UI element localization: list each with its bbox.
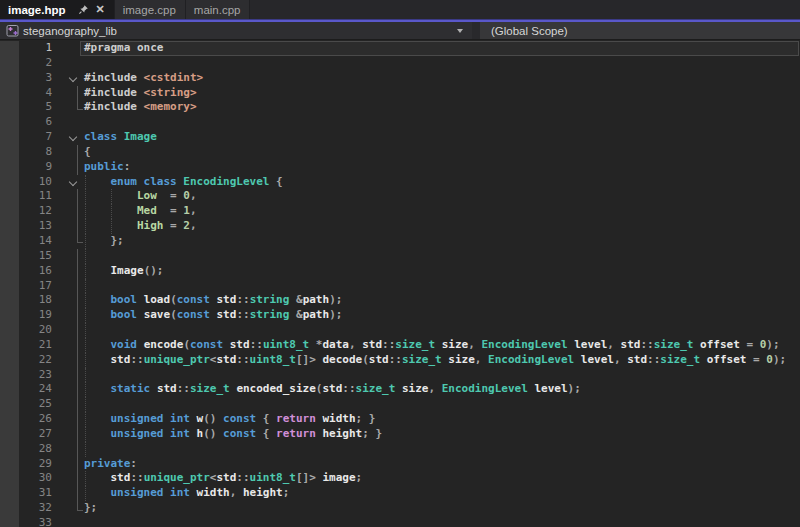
code-line[interactable]: 21 void encode(const std::uint8_t *data,… — [0, 338, 800, 353]
line-number: 33 — [19, 516, 52, 527]
indent-guide — [85, 442, 86, 457]
code-text: private: — [84, 457, 137, 472]
line-number: 9 — [19, 160, 52, 175]
line-number: 17 — [19, 279, 52, 294]
code-text: enum class EncodingLevel { — [84, 175, 283, 190]
fold-region-line — [77, 249, 78, 264]
code-text: unsigned int w() const { return width; } — [84, 412, 375, 427]
code-line[interactable]: 19 bool save(const std::string &path); — [0, 308, 800, 323]
tab-image-hpp[interactable]: image.hpp✕ — [0, 0, 115, 19]
code-line[interactable]: 25 — [0, 397, 800, 412]
code-line[interactable]: 4#include <string> — [0, 86, 800, 101]
code-line[interactable]: 27 unsigned int h() const { return heigh… — [0, 427, 800, 442]
fold-region-line — [77, 100, 83, 110]
line-number: 25 — [19, 397, 52, 412]
fold-region-line — [77, 219, 78, 234]
code-line[interactable]: 5#include <memory> — [0, 100, 800, 115]
code-line[interactable]: 28 — [0, 442, 800, 457]
code-line[interactable]: 3#include <cstdint> — [0, 71, 800, 86]
code-editor[interactable]: 1#pragma once23#include <cstdint>4#inclu… — [0, 41, 800, 527]
navigation-bar: steganography_lib (Global Scope) — [0, 22, 800, 40]
code-text: class Image — [84, 130, 157, 145]
code-line[interactable]: 17 — [0, 279, 800, 294]
code-text: Med = 1, — [84, 204, 197, 219]
line-number: 2 — [19, 56, 52, 71]
code-line[interactable]: 6 — [0, 115, 800, 130]
line-number: 23 — [19, 368, 52, 383]
indent-guide — [85, 368, 86, 383]
close-icon[interactable]: ✕ — [96, 4, 105, 15]
code-line[interactable]: 20 — [0, 323, 800, 338]
fold-region-line — [77, 457, 78, 472]
fold-region-line — [77, 382, 78, 397]
code-text: #include <cstdint> — [84, 71, 203, 86]
code-text: std::unique_ptr<std::uint8_t[]> image; — [84, 471, 362, 486]
code-line[interactable]: 2 — [0, 56, 800, 71]
code-line[interactable]: 26 unsigned int w() const { return width… — [0, 412, 800, 427]
line-number: 16 — [19, 264, 52, 279]
code-line[interactable]: 22 std::unique_ptr<std::uint8_t[]> decod… — [0, 353, 800, 368]
current-line-highlight — [80, 41, 799, 56]
code-line[interactable]: 7class Image — [0, 130, 800, 145]
code-line[interactable]: 8{ — [0, 145, 800, 160]
code-line[interactable]: 13 High = 2, — [0, 219, 800, 234]
line-number: 8 — [19, 145, 52, 160]
indent-guide — [85, 397, 86, 412]
line-number: 29 — [19, 457, 52, 472]
code-line[interactable]: 11 Low = 0, — [0, 189, 800, 204]
fold-collapse-icon[interactable] — [69, 133, 77, 141]
fold-region-line — [77, 353, 78, 368]
fold-region-line — [77, 471, 78, 486]
code-text: unsigned int width, height; — [84, 486, 289, 501]
chevron-down-icon[interactable] — [457, 29, 463, 33]
fold-region-line — [77, 264, 78, 279]
code-line[interactable]: 29private: — [0, 457, 800, 472]
code-line[interactable]: 15 — [0, 249, 800, 264]
fold-region-line — [77, 442, 78, 457]
code-line[interactable]: 14 }; — [0, 234, 800, 249]
code-line[interactable]: 31 unsigned int width, height; — [0, 486, 800, 501]
fold-collapse-icon[interactable] — [69, 73, 77, 81]
code-text: #include <string> — [84, 86, 197, 101]
line-number: 6 — [19, 115, 52, 130]
code-line[interactable]: 12 Med = 1, — [0, 204, 800, 219]
code-text: #include <memory> — [84, 100, 197, 115]
code-text: std::unique_ptr<std::uint8_t[]> decode(s… — [84, 353, 786, 368]
code-line[interactable]: 16 Image(); — [0, 264, 800, 279]
code-line[interactable]: 30 std::unique_ptr<std::uint8_t[]> image… — [0, 471, 800, 486]
pin-icon[interactable] — [78, 4, 89, 15]
line-number: 18 — [19, 293, 52, 308]
tab-image-cpp[interactable]: image.cpp — [115, 0, 186, 19]
code-line[interactable]: 9public: — [0, 160, 800, 175]
code-line[interactable]: 10 enum class EncodingLevel { — [0, 175, 800, 190]
code-line[interactable]: 32}; — [0, 501, 800, 516]
tab-bar: image.hpp✕image.cppmain.cpp — [0, 0, 800, 19]
indent-guide — [85, 249, 86, 264]
project-dropdown[interactable]: steganography_lib — [0, 22, 472, 39]
code-line[interactable]: 18 bool load(const std::string &path); — [0, 293, 800, 308]
line-number: 7 — [19, 130, 52, 145]
line-number: 12 — [19, 204, 52, 219]
code-text: #pragma once — [84, 41, 163, 56]
scope-dropdown[interactable]: (Global Scope) — [472, 22, 800, 39]
code-text: Low = 0, — [84, 189, 197, 204]
line-number: 3 — [19, 71, 52, 86]
line-number: 21 — [19, 338, 52, 353]
fold-region-line — [77, 204, 78, 219]
code-line[interactable]: 24 static std::size_t encoded_size(std::… — [0, 382, 800, 397]
line-number: 1 — [19, 41, 52, 56]
tab-main-cpp[interactable]: main.cpp — [186, 0, 251, 19]
fold-region-line — [77, 412, 78, 427]
code-line[interactable]: 33 — [0, 516, 800, 527]
code-text: void encode(const std::uint8_t *data, st… — [84, 338, 780, 353]
fold-region-line — [77, 427, 78, 442]
code-text: }; — [84, 501, 97, 516]
fold-collapse-icon[interactable] — [69, 177, 77, 185]
line-number: 26 — [19, 412, 52, 427]
code-line[interactable]: 23 — [0, 368, 800, 383]
line-number: 22 — [19, 353, 52, 368]
fold-region-line — [77, 234, 83, 244]
code-line[interactable]: 1#pragma once — [0, 41, 800, 56]
code-text: bool save(const std::string &path); — [84, 308, 342, 323]
fold-region-line — [77, 486, 78, 501]
